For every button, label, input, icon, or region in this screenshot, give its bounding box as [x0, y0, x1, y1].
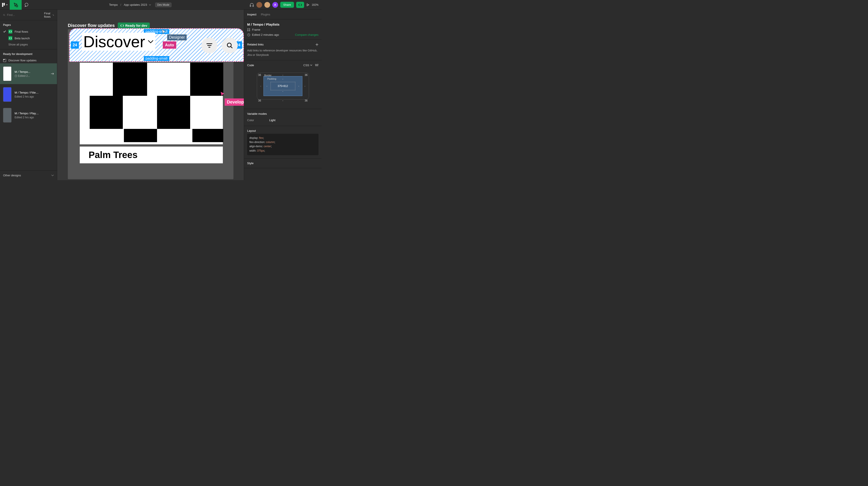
svg-point-9	[3, 14, 5, 15]
settings-icon[interactable]	[315, 63, 318, 67]
pages-heading: Pages	[0, 20, 57, 28]
svg-rect-2	[2, 4, 3, 5]
svg-rect-8	[253, 5, 253, 7]
plus-icon[interactable]	[315, 43, 318, 46]
discover-heading: Discover	[82, 33, 155, 51]
dev-ready-icon	[8, 36, 12, 40]
multiplayer-cursor-icon	[161, 29, 166, 35]
playlist-title: Palm Trees	[80, 147, 223, 163]
search-button[interactable]	[222, 37, 238, 54]
comment-tool-button[interactable]	[22, 0, 31, 10]
svg-point-17	[317, 64, 318, 65]
left-panel: Final flows Pages Final flows Beta launc…	[0, 10, 57, 180]
inspect-panel: Inspect Plugins M / Tempo / Playlists Fr…	[244, 10, 321, 180]
show-all-pages-button[interactable]: Show all pages	[0, 41, 57, 47]
chevron-down-icon	[51, 174, 54, 176]
tab-inspect[interactable]: Inspect	[247, 13, 256, 16]
frame-thumbnail	[3, 108, 11, 123]
filter-icon	[206, 43, 213, 48]
frame-thumbnail	[3, 87, 11, 102]
section-title[interactable]: Discover flow updates	[68, 23, 115, 28]
find-input[interactable]	[7, 13, 44, 17]
frame-icon	[247, 28, 250, 31]
code-heading: Code	[247, 64, 254, 67]
svg-point-6	[25, 3, 28, 6]
page-selector-dropdown[interactable]: Final flows	[44, 12, 54, 18]
frame-card[interactable]: M / Tempo / Playl... Edited 2 hrs ago	[0, 105, 57, 126]
arrow-right-icon	[51, 73, 54, 75]
search-icon	[3, 13, 5, 17]
play-icon[interactable]	[306, 3, 309, 6]
related-links-hint: Add links to reference developer resourc…	[247, 48, 318, 57]
padding-annotation: padding-small	[144, 56, 169, 61]
dev-ready-icon	[8, 30, 12, 34]
panel-tabs: Inspect Plugins	[244, 10, 321, 20]
box-model-diagram[interactable]: 375×812 Border Padding 36 36 36 36 - - -…	[252, 69, 314, 103]
history-icon	[14, 74, 17, 77]
svg-rect-7	[250, 5, 251, 7]
multiplayer-cursor-label: Developer	[225, 98, 244, 106]
page-item[interactable]: Final flows	[0, 28, 57, 35]
search-icon	[226, 42, 233, 49]
frame-card[interactable]: M / Tempo... Edited 2...	[0, 63, 57, 84]
css-code-block[interactable]: display: flex; flex-direction: column; a…	[247, 134, 318, 155]
check-icon	[3, 30, 6, 33]
auto-spacing-annotation: Auto	[163, 41, 176, 49]
top-toolbar: Tempo / App updates 2023 Dev Mode A Shar…	[0, 0, 321, 10]
selection-name: M / Tempo / Playlists	[247, 23, 318, 26]
code-icon	[120, 24, 124, 27]
svg-rect-3	[3, 4, 5, 5]
related-links-heading: Related links	[247, 43, 264, 46]
headphones-icon[interactable]	[249, 2, 254, 7]
section-icon	[3, 59, 6, 62]
ready-for-dev-heading: Ready for development	[0, 50, 57, 57]
chevron-down-icon	[147, 39, 154, 44]
layout-heading: Layout	[247, 129, 318, 132]
compare-changes-link[interactable]: Compare changes	[295, 33, 318, 36]
user-avatar[interactable]: A	[272, 2, 278, 8]
dev-mode-badge[interactable]: Dev Mode	[155, 2, 172, 7]
svg-rect-11	[3, 59, 5, 60]
multiplayer-cursor-label: Designer	[167, 34, 187, 40]
chevron-down-icon	[53, 14, 54, 16]
chevron-down-icon	[149, 4, 151, 5]
spacing-annotation: 24	[71, 41, 79, 49]
heading-component[interactable]: padding-small padding-small 24 24 Auto D…	[69, 28, 244, 62]
svg-point-16	[316, 65, 317, 66]
collaborator-avatar[interactable]	[256, 2, 262, 8]
ready-for-dev-badge[interactable]: Ready for dev	[118, 23, 150, 29]
svg-rect-1	[3, 3, 5, 4]
svg-rect-0	[2, 3, 3, 4]
zoom-level[interactable]: 182%	[312, 3, 318, 6]
section-item[interactable]: Discover flow updates	[0, 57, 57, 63]
move-tool-button[interactable]	[10, 0, 22, 10]
variable-modes-heading: Variable modes	[247, 112, 318, 116]
multiplayer-cursor-icon	[220, 91, 225, 97]
canvas[interactable]: Discover flow updates Ready for dev M / …	[57, 10, 244, 180]
collaborator-avatar[interactable]	[265, 2, 270, 8]
svg-rect-4	[2, 5, 3, 7]
image-placeholder	[80, 63, 223, 144]
code-language-select[interactable]: CSS	[303, 64, 312, 67]
frame-thumbnail	[3, 66, 11, 81]
dev-mode-toggle[interactable]	[296, 2, 304, 8]
file-breadcrumb[interactable]: Tempo / App updates 2023 Dev Mode	[31, 2, 249, 7]
breadcrumb-project: Tempo	[109, 3, 118, 6]
history-icon	[247, 33, 250, 36]
chevron-down-icon	[6, 4, 8, 5]
svg-rect-5	[16, 5, 18, 7]
svg-point-15	[315, 64, 316, 65]
share-button[interactable]: Share	[280, 2, 294, 8]
tab-plugins[interactable]: Plugins	[261, 13, 270, 16]
svg-point-13	[227, 43, 231, 47]
breadcrumb-file: App updates 2023	[124, 3, 147, 6]
style-heading: Style	[247, 162, 318, 165]
page-item[interactable]: Beta launch	[0, 35, 57, 41]
other-designs-toggle[interactable]: Other designs	[0, 170, 57, 180]
chevron-down-icon	[310, 64, 312, 66]
main-menu-button[interactable]	[0, 0, 10, 10]
filter-button[interactable]	[202, 37, 217, 54]
frame-card[interactable]: M / Tempo / Filter... Edited 2 hrs ago	[0, 84, 57, 105]
